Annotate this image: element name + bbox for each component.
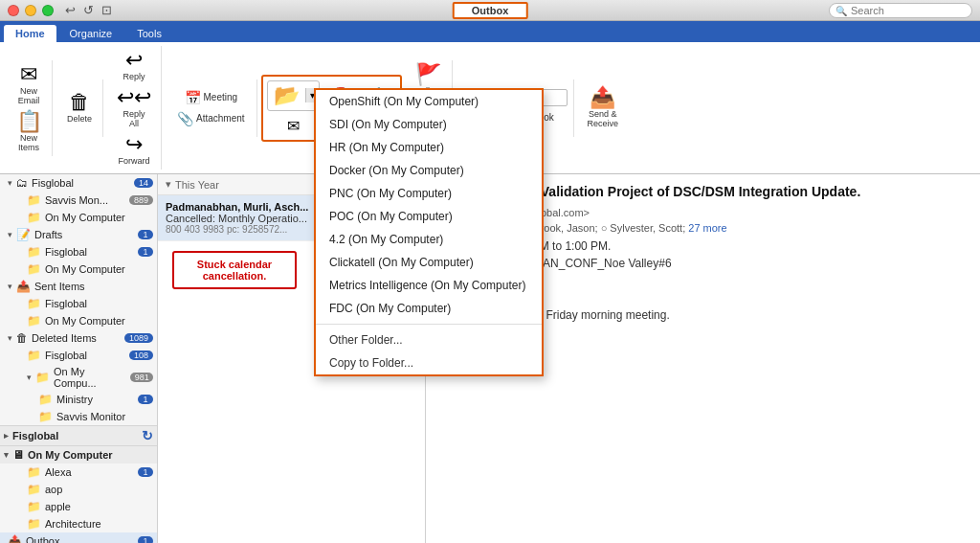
move-icon: 📂 [268,81,305,110]
reply-all-button[interactable]: ↩↩ Reply All [113,85,155,130]
attachment-button[interactable]: 📎 Attachment [171,109,251,128]
sidebar-item-ministry[interactable]: 📁 Ministry 1 [0,391,157,408]
close-button[interactable] [8,5,19,16]
dropdown-item-metrics[interactable]: Metrics Intelligence (On My Computer) [316,274,542,297]
sidebar-item-fisglobal-drafts[interactable]: 📁 Fisglobal 1 [0,243,157,260]
dropdown-item-fdc[interactable]: FDC (On My Computer) [316,297,542,320]
move-to-folder-dropdown[interactable]: OpenShift (On My Computer) SDI (On My Co… [314,88,544,376]
ribbon-group-send-receive: 📤 Send & Receive [578,79,629,137]
sidebar-section-omc[interactable]: ▾ 🖥 On My Computer [0,445,157,464]
tab-organize[interactable]: Organize [58,25,124,42]
new-items-button[interactable]: 📋 New Items [11,109,46,154]
send-receive-button[interactable]: 📤 Send & Receive [584,85,623,130]
search-bar[interactable]: 🔍 [829,3,972,18]
titlebar: ↩ ↺ ⊡ Outbox 🔍 [0,0,980,21]
sidebar-section-fisglobal[interactable]: ▸ Fisglobal ↻ [0,425,157,445]
tab-tools[interactable]: Tools [125,25,173,42]
ribbon-group-delete: 🗑 Delete [56,79,103,137]
sidebar-label-alexa: Alexa [45,466,72,478]
folder-icon: 📝 [16,228,31,241]
attachment-label: Attachment [196,113,245,124]
folder-icon: 📁 [27,262,41,276]
sidebar-label-fg-drafts: Fisglobal [45,246,87,258]
dropdown-item-sdi[interactable]: SDI (On My Computer) [316,113,542,136]
sidebar-item-omc-drafts[interactable]: 📁 On My Computer [0,260,157,278]
folder-icon: 📁 [35,371,50,384]
sidebar-item-omc-deleted[interactable]: ▾ 📁 On My Compu... 981 [0,364,157,391]
folder-icon: 📁 [27,349,41,362]
chevron-down-icon: ▾ [166,178,171,191]
reply-all-icon: ↩↩ [117,87,151,108]
dropdown-item-clickatell[interactable]: Clickatell (On My Computer) [316,251,542,274]
minimize-button[interactable] [25,5,36,16]
savvis-badge: 889 [129,195,153,205]
computer-icon: 🖥 [12,448,24,462]
sidebar-item-on-my-computer-1[interactable]: 📁 On My Computer [0,209,157,226]
deleted-badge: 1089 [124,333,153,343]
folder-icon: 🗂 [16,176,28,190]
sidebar-item-apple[interactable]: 📁 apple [0,498,157,515]
meeting-icon: 📅 [185,90,201,105]
follow-up-icon: 🚩 [415,64,441,85]
forward-button[interactable]: ↪ Forward [114,132,153,168]
sidebar-item-architecture[interactable]: 📁 Architecture [0,515,157,532]
sidebar-item-sent-items[interactable]: ▾ 📤 sent-items Sent Items [0,278,157,295]
chevron-down-icon: ▾ [27,373,32,382]
sidebar-label-omc-drafts: On My Computer [45,263,125,275]
sidebar-label-savvis-monitor: Savvis Monitor [56,411,125,422]
more-link[interactable]: 27 more [688,222,726,234]
sidebar-item-fg-deleted[interactable]: 📁 Fisglobal 108 [0,347,157,364]
tab-home[interactable]: Home [4,25,56,42]
meeting-label: Meeting [204,92,238,102]
sidebar-item-fisglobal[interactable]: ▾ 🗂 Fisglobal 14 [0,174,157,192]
sidebar-label-outbox: Outbox [26,535,59,543]
sidebar-item-omc-sent[interactable]: 📁 On My Computer [0,312,157,329]
sidebar-item-alexa[interactable]: 📁 Alexa 1 [0,464,157,481]
new-email-button[interactable]: ✉ New Email [11,62,46,107]
reply-button[interactable]: ↩ Reply [117,48,151,83]
sidebar-label-omc-deleted: On My Compu... [54,366,126,389]
window-title: Outbox [453,2,528,19]
sidebar-item-savvis-mon[interactable]: 📁 Savvis Mon... 889 [0,192,157,209]
fg-drafts-badge: 1 [138,247,153,257]
move-button[interactable]: 📂 ▾ [267,80,320,111]
drafts-badge: 1 [138,230,153,239]
ribbon-group-new: ✉ New Email 📋 New Items [6,60,53,156]
meeting-button[interactable]: 📅 Meeting [179,88,244,107]
sidebar-label-ministry: Ministry [56,394,93,405]
delete-button[interactable]: 🗑 Delete [62,90,97,125]
read-button[interactable]: ✉ [276,117,310,136]
alexa-badge: 1 [138,467,153,477]
sidebar-item-deleted[interactable]: ▾ 🗑 Deleted Items 1089 [0,329,157,347]
back-icon[interactable]: ↩ [65,3,76,17]
dropdown-item-openshift[interactable]: OpenShift (On My Computer) [316,90,542,113]
dropdown-item-other-folder[interactable]: Other Folder... [316,328,542,351]
read-icon: ✉ [287,119,300,134]
sidebar-item-aop[interactable]: 📁 aop [0,481,157,498]
delete-icon: 🗑 [69,92,90,113]
sidebar-item-savvis-monitor[interactable]: 📁 Savvis Monitor [0,408,157,425]
dropdown-item-docker[interactable]: Docker (On My Computer) [316,159,542,182]
new-email-label: New Email [18,86,40,105]
folder-icon: 📁 [27,483,41,496]
folder-icon: 📁 [27,517,41,531]
sidebar-item-drafts[interactable]: ▾ 📝 Drafts 1 [0,226,157,243]
send-receive-icon: 📤 [590,87,615,108]
dropdown-item-hr[interactable]: HR (On My Computer) [316,136,542,159]
search-input[interactable] [851,5,966,16]
sidebar-item-fg-sent[interactable]: 📁 Fisglobal [0,295,157,312]
sidebar-item-outbox[interactable]: 📤 Outbox 1 [0,532,157,543]
attachment-icon: 📎 [177,111,193,126]
dropdown-item-poc[interactable]: POC (On My Computer) [316,205,542,228]
dropdown-item-42[interactable]: 4.2 (On My Computer) [316,228,542,251]
ribbon-tabs: Home Organize Tools [0,21,980,42]
folder-icon: 📁 [27,211,41,224]
refresh-icon[interactable]: ↺ [83,3,94,17]
dropdown-item-pnc[interactable]: PNC (On My Computer) [316,182,542,205]
chevron-right-icon: ▸ [4,431,9,441]
window-controls[interactable] [8,5,54,16]
dropdown-item-copy-to-folder[interactable]: Copy to Folder... [316,351,542,374]
layout-icon[interactable]: ⊡ [101,3,112,17]
maximize-button[interactable] [42,5,54,16]
sidebar-label-architecture: Architecture [45,518,101,530]
